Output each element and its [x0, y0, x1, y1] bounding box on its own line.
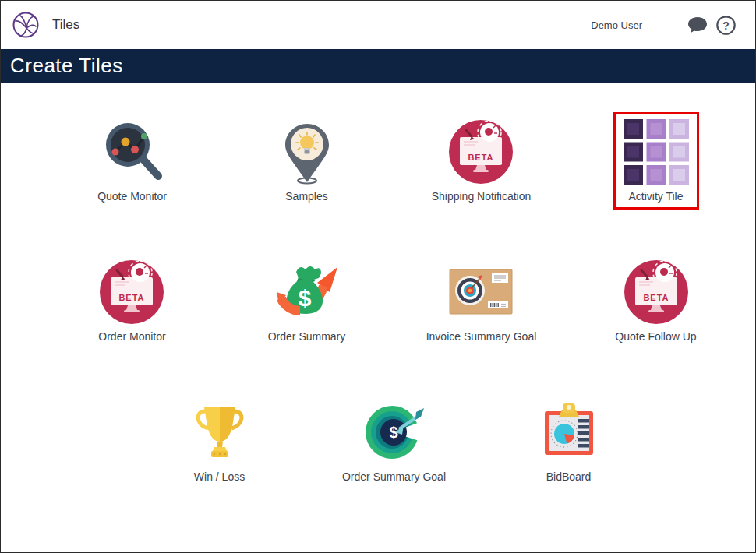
tile-label: Order Summary — [268, 330, 346, 343]
tile-label: Quote Follow Up — [615, 330, 696, 343]
tile-label: Invoice Summary Goal — [426, 330, 537, 343]
beta-monitor-icon: BETA — [624, 259, 689, 325]
tile-label: Win / Loss — [194, 470, 245, 483]
envelope-target-icon — [448, 259, 514, 325]
tile-label: Order Monitor — [98, 330, 165, 343]
clipboard-chart-icon — [536, 400, 602, 465]
tile-invoice-summary-goal[interactable]: Invoice Summary Goal — [416, 252, 547, 350]
svg-text:BETA: BETA — [468, 153, 494, 162]
trophy-icon — [187, 400, 253, 465]
tile-order-monitor[interactable]: BETA Order Monitor — [88, 252, 175, 350]
magnifier-chart-icon — [100, 119, 165, 185]
lightbulb-pin-icon — [274, 119, 340, 185]
svg-text:$: $ — [299, 285, 312, 311]
tile-label: Quote Monitor — [97, 190, 167, 203]
svg-text:BETA: BETA — [643, 293, 669, 302]
tile-label: Activity Tile — [628, 190, 683, 203]
svg-text:?: ? — [722, 19, 730, 31]
help-icon[interactable]: ? — [715, 15, 737, 36]
tile-activity-tile[interactable]: Activity Tile — [613, 112, 699, 210]
beta-monitor-icon: BETA — [448, 119, 514, 185]
tile-order-summary[interactable]: $ Order Summary — [258, 252, 356, 350]
app-title: Tiles — [52, 17, 79, 33]
tile-row: Win / Loss $ Order Summary Goal — [44, 393, 744, 490]
tile-quote-follow-up[interactable]: BETA Quote Follow Up — [605, 252, 706, 350]
tile-row: Quote Monitor — [44, 112, 744, 210]
purple-grid-icon — [624, 119, 689, 185]
app-logo-icon — [12, 11, 40, 39]
tile-win-loss[interactable]: Win / Loss — [177, 393, 263, 490]
chat-bubble-icon[interactable] — [687, 16, 708, 34]
beta-monitor-icon: BETA — [99, 259, 164, 325]
tile-label: Order Summary Goal — [342, 470, 446, 483]
tile-label: Shipping Notification — [432, 190, 532, 203]
user-name[interactable]: Demo User — [591, 19, 642, 31]
top-bar: Tiles Demo User ? — [1, 1, 755, 49]
svg-text:BETA: BETA — [119, 293, 145, 302]
page-title: Create Tiles — [10, 54, 123, 78]
tile-label: BidBoard — [546, 470, 592, 483]
tile-label: Samples — [285, 190, 327, 203]
tile-quote-monitor[interactable]: Quote Monitor — [87, 112, 177, 210]
tile-shipping-notification[interactable]: BETA Shipping Notification — [422, 112, 542, 210]
page-title-banner: Create Tiles — [1, 49, 755, 83]
app-window: Tiles Demo User ? Create Tiles — [0, 0, 756, 553]
tile-bidboard[interactable]: BidBoard — [526, 393, 612, 490]
dollar-target-icon: $ — [361, 400, 426, 465]
tile-row: BETA Order Monitor $ Order Summary — [44, 252, 744, 350]
money-bag-arrow-icon: $ — [274, 259, 339, 325]
tile-grid: Quote Monitor — [44, 112, 744, 490]
tile-samples[interactable]: Samples — [264, 112, 350, 210]
tile-order-summary-goal[interactable]: $ Order Summary Goal — [332, 393, 456, 490]
